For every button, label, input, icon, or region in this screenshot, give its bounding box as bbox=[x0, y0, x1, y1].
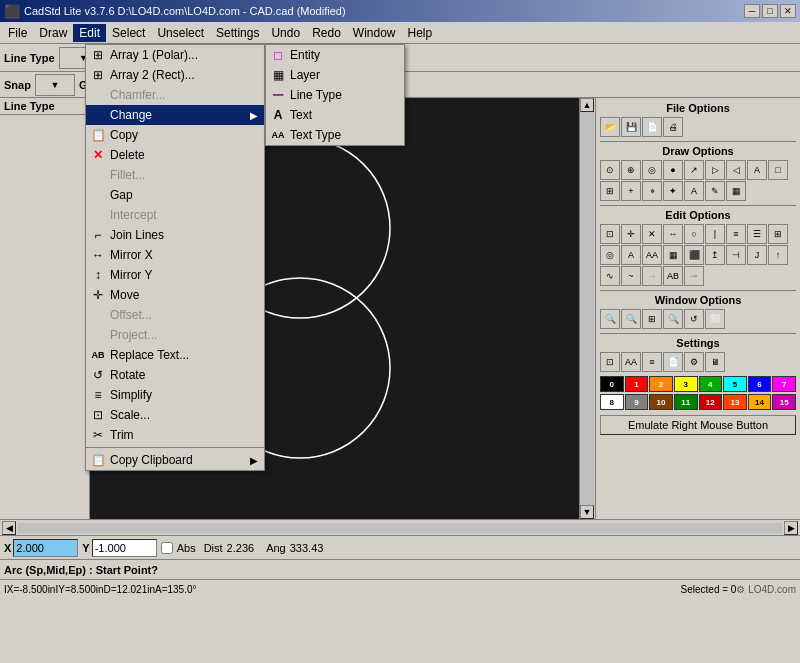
scroll-right-btn[interactable]: ▶ bbox=[784, 521, 798, 535]
edit-icon-16[interactable]: ⊣ bbox=[726, 245, 746, 265]
maximize-button[interactable]: □ bbox=[762, 4, 778, 18]
change-text[interactable]: A Text bbox=[266, 105, 404, 125]
draw-icon-6[interactable]: ▷ bbox=[705, 160, 725, 180]
file-open-icon[interactable]: 📂 bbox=[600, 117, 620, 137]
pan-icon[interactable]: 🔍 bbox=[663, 309, 683, 329]
menu-replace-text[interactable]: AB Replace Text... bbox=[86, 345, 264, 365]
menu-copy-clipboard[interactable]: 📋 Copy Clipboard ▶ bbox=[86, 450, 264, 470]
settings-icon-4[interactable]: 📄 bbox=[663, 352, 683, 372]
draw-icon-8[interactable]: A bbox=[747, 160, 767, 180]
edit-icon-20[interactable]: ~ bbox=[621, 266, 641, 286]
draw-icon-15[interactable]: ✎ bbox=[705, 181, 725, 201]
menu-copy[interactable]: 📋 Copy bbox=[86, 125, 264, 145]
draw-icon-11[interactable]: + bbox=[621, 181, 641, 201]
menu-file[interactable]: File bbox=[2, 24, 33, 42]
draw-icon-14[interactable]: A bbox=[684, 181, 704, 201]
menu-gap[interactable]: Gap bbox=[86, 185, 264, 205]
edit-icon-21[interactable]: → bbox=[642, 266, 662, 286]
menu-simplify[interactable]: ≡ Simplify bbox=[86, 385, 264, 405]
color-12[interactable]: 12 bbox=[699, 394, 723, 410]
scroll-down-btn[interactable]: ▼ bbox=[580, 505, 594, 519]
scroll-left-btn[interactable]: ◀ bbox=[2, 521, 16, 535]
scroll-up-btn[interactable]: ▲ bbox=[580, 98, 594, 112]
menu-mirror-y[interactable]: ↕ Mirror Y bbox=[86, 265, 264, 285]
edit-icon-9[interactable]: ⊞ bbox=[768, 224, 788, 244]
edit-icon-3[interactable]: ✕ bbox=[642, 224, 662, 244]
edit-icon-14[interactable]: ⬛ bbox=[684, 245, 704, 265]
y-input[interactable] bbox=[92, 539, 157, 557]
horizontal-scrollbar[interactable]: ◀ ▶ bbox=[0, 519, 800, 535]
color-5[interactable]: 5 bbox=[723, 376, 747, 392]
emulate-right-mouse-button[interactable]: Emulate Right Mouse Button bbox=[600, 415, 796, 435]
color-14[interactable]: 14 bbox=[748, 394, 772, 410]
draw-icon-7[interactable]: ◁ bbox=[726, 160, 746, 180]
zoom-in-icon[interactable]: 🔍 bbox=[621, 309, 641, 329]
edit-icon-22[interactable]: AB bbox=[663, 266, 683, 286]
menu-undo[interactable]: Undo bbox=[265, 24, 306, 42]
menu-join-lines[interactable]: ⌐ Join Lines bbox=[86, 225, 264, 245]
color-13[interactable]: 13 bbox=[723, 394, 747, 410]
menu-mirror-x[interactable]: ↔ Mirror X bbox=[86, 245, 264, 265]
menu-trim[interactable]: ✂ Trim bbox=[86, 425, 264, 445]
change-layer[interactable]: ▦ Layer bbox=[266, 65, 404, 85]
settings-icon-5[interactable]: ⚙ bbox=[684, 352, 704, 372]
edit-icon-7[interactable]: ≡ bbox=[726, 224, 746, 244]
change-text-type[interactable]: AA Text Type bbox=[266, 125, 404, 145]
edit-icon-1[interactable]: ⊡ bbox=[600, 224, 620, 244]
draw-icon-5[interactable]: ↗ bbox=[684, 160, 704, 180]
edit-icon-2[interactable]: ✛ bbox=[621, 224, 641, 244]
edit-icon-6[interactable]: | bbox=[705, 224, 725, 244]
edit-icon-23[interactable]: ⊸ bbox=[684, 266, 704, 286]
color-3[interactable]: 3 bbox=[674, 376, 698, 392]
menu-scale[interactable]: ⊡ Scale... bbox=[86, 405, 264, 425]
edit-icon-15[interactable]: ↥ bbox=[705, 245, 725, 265]
menu-delete[interactable]: ✕ Delete bbox=[86, 145, 264, 165]
menu-select[interactable]: Select bbox=[106, 24, 151, 42]
menu-edit[interactable]: Edit bbox=[73, 24, 106, 42]
edit-icon-13[interactable]: ▦ bbox=[663, 245, 683, 265]
draw-icon-3[interactable]: ◎ bbox=[642, 160, 662, 180]
menu-redo[interactable]: Redo bbox=[306, 24, 347, 42]
menu-settings[interactable]: Settings bbox=[210, 24, 265, 42]
menu-window[interactable]: Window bbox=[347, 24, 402, 42]
draw-icon-1[interactable]: ⊙ bbox=[600, 160, 620, 180]
menu-array1[interactable]: ⊞ Array 1 (Polar)... bbox=[86, 45, 264, 65]
snap-dropdown[interactable]: ▼ bbox=[35, 74, 75, 96]
refresh-icon[interactable]: ↺ bbox=[684, 309, 704, 329]
color-10[interactable]: 10 bbox=[649, 394, 673, 410]
menu-help[interactable]: Help bbox=[402, 24, 439, 42]
draw-icon-13[interactable]: ✦ bbox=[663, 181, 683, 201]
edit-icon-17[interactable]: J bbox=[747, 245, 767, 265]
menu-array2[interactable]: ⊞ Array 2 (Rect)... bbox=[86, 65, 264, 85]
draw-icon-2[interactable]: ⊕ bbox=[621, 160, 641, 180]
color-11[interactable]: 11 bbox=[674, 394, 698, 410]
menu-move[interactable]: ✛ Move bbox=[86, 285, 264, 305]
edit-icon-10[interactable]: ◎ bbox=[600, 245, 620, 265]
edit-icon-5[interactable]: ○ bbox=[684, 224, 704, 244]
edit-icon-19[interactable]: ∿ bbox=[600, 266, 620, 286]
file-print-icon[interactable]: 🖨 bbox=[663, 117, 683, 137]
fullscreen-icon[interactable]: ⬜ bbox=[705, 309, 725, 329]
x-input[interactable] bbox=[13, 539, 78, 557]
close-button[interactable]: ✕ bbox=[780, 4, 796, 18]
settings-icon-3[interactable]: ≡ bbox=[642, 352, 662, 372]
file-export-icon[interactable]: 📄 bbox=[642, 117, 662, 137]
change-entity[interactable]: ◻ Entity bbox=[266, 45, 404, 65]
change-line-type[interactable]: ━━ Line Type bbox=[266, 85, 404, 105]
edit-icon-11[interactable]: A bbox=[621, 245, 641, 265]
edit-icon-8[interactable]: ☰ bbox=[747, 224, 767, 244]
color-2[interactable]: 2 bbox=[649, 376, 673, 392]
minimize-button[interactable]: ─ bbox=[744, 4, 760, 18]
vertical-scrollbar[interactable]: ▲ ▼ bbox=[579, 98, 595, 519]
color-9[interactable]: 9 bbox=[625, 394, 649, 410]
edit-icon-18[interactable]: ↑ bbox=[768, 245, 788, 265]
color-8[interactable]: 8 bbox=[600, 394, 624, 410]
menu-draw[interactable]: Draw bbox=[33, 24, 73, 42]
color-4[interactable]: 4 bbox=[699, 376, 723, 392]
file-save-icon[interactable]: 💾 bbox=[621, 117, 641, 137]
draw-icon-4[interactable]: ● bbox=[663, 160, 683, 180]
draw-icon-10[interactable]: ⊞ bbox=[600, 181, 620, 201]
settings-icon-1[interactable]: ⊡ bbox=[600, 352, 620, 372]
color-15[interactable]: 15 bbox=[772, 394, 796, 410]
color-1[interactable]: 1 bbox=[625, 376, 649, 392]
